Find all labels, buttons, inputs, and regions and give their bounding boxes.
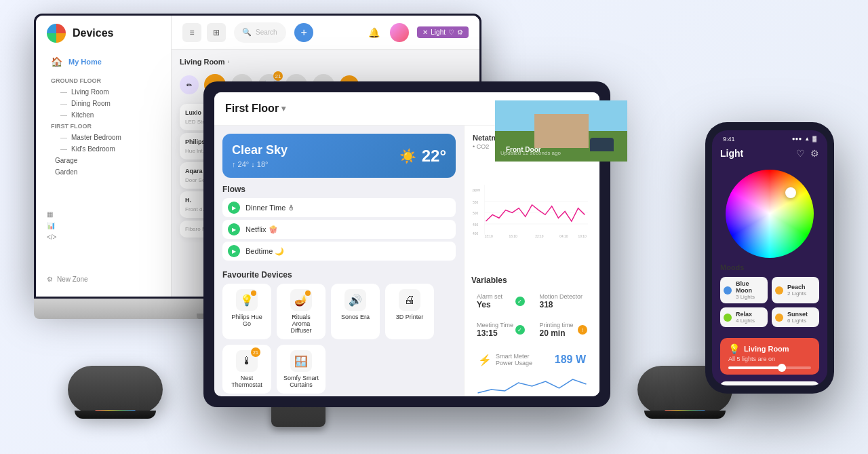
flows-section: Flows ▶ Dinner Time 🕯 ▶ Netflix 🍿 ▶ Bedt… <box>222 185 456 263</box>
notifications-icon[interactable]: 🔔 <box>366 24 382 41</box>
gear-icon-panel[interactable]: ⚙ <box>457 29 463 36</box>
fav-device-sonos[interactable]: 🔊 Sonos Era <box>331 284 380 339</box>
weather-icon: ☀️ <box>399 148 416 164</box>
svg-text:16:10: 16:10 <box>509 235 517 238</box>
sidebar-new-zone[interactable]: ⚙ New Zone <box>36 270 171 288</box>
svg-text:22:10: 22:10 <box>535 235 543 238</box>
flows-title: Flows <box>222 185 456 194</box>
tablet-left-panel: Clear Sky ↑ 24° ↓ 18° ☀️ 22° <box>214 126 464 396</box>
user-avatar[interactable] <box>390 23 409 42</box>
search-icon: 🔍 <box>242 28 252 37</box>
list-view-button[interactable]: ≡ <box>182 23 201 42</box>
search-input[interactable]: 🔍 Search <box>234 22 286 43</box>
sidebar-living-room[interactable]: — Living Room <box>47 86 160 98</box>
mood-dot-sunset <box>775 314 783 322</box>
weather-range: ↑ 24° ↓ 18° <box>232 160 288 168</box>
power-chart <box>473 376 591 396</box>
var-meeting-label: Meeting Time <box>477 322 513 328</box>
svg-text:550: 550 <box>473 201 478 204</box>
var-alarm-value: Yes <box>477 300 502 309</box>
sidebar-dining-room[interactable]: — Dining Room <box>47 98 160 109</box>
phone-settings-icon[interactable]: ⚙ <box>810 148 819 159</box>
var-meeting-value: 13:15 <box>477 328 513 338</box>
sidebar-item-home[interactable]: 🏠 My Home <box>44 51 163 73</box>
grid-view-button[interactable]: ⊞ <box>207 23 226 42</box>
add-device-button[interactable]: + <box>294 23 313 42</box>
tablet-right-panel: Netatmo Home Coach • CO2 ppm 550 500 450… <box>464 126 599 396</box>
sidebar-nav-devices[interactable]: ▦ <box>47 210 160 218</box>
power-sublabel: Power Usage <box>496 360 532 366</box>
phone-wifi-icon: ▲ <box>804 136 810 143</box>
app-logo <box>47 24 66 43</box>
var-indicator-printing: ! <box>578 325 587 335</box>
var-motion-value: 318 <box>540 300 583 309</box>
laptop-sidebar: Devices 🏠 My Home Ground Floor — Living … <box>36 16 172 297</box>
sidebar-nav-code[interactable]: </> <box>47 233 160 241</box>
living-room-sublabel: All 5 lights are on <box>728 356 811 362</box>
room-breadcrumb: Living Room › <box>180 55 471 69</box>
app-title: Devices <box>73 27 114 39</box>
tablet-dropdown-arrow[interactable]: ▾ <box>281 104 285 113</box>
sidebar-garden[interactable]: Garden <box>47 166 160 178</box>
phone-inner: 9:41 ●●● ▲ ▓ Light ♡ ⚙ <box>712 130 827 385</box>
sidebar-first-floor[interactable]: First Floor <box>47 121 160 132</box>
fav-device-printer[interactable]: 🖨 3D Printer <box>385 284 434 339</box>
phone-signal-icon: ●●● <box>792 136 802 143</box>
camera-house-element <box>534 114 589 148</box>
heart-icon-panel[interactable]: ♡ <box>448 29 454 36</box>
var-printing-label: Printing time <box>540 322 574 328</box>
sidebar-tree: Ground Floor — Living Room — Dining Room… <box>36 73 171 181</box>
moods-section: Moods Blue Moon 3 Lights Peach 2 Ligh <box>712 263 827 331</box>
flow-bedtime[interactable]: ▶ Bedtime 🌙 <box>222 242 456 261</box>
power-value: 189 W <box>555 354 586 366</box>
color-wheel-thumb[interactable] <box>785 187 796 198</box>
flow-play-icon: ▶ <box>228 202 240 214</box>
svg-text:450: 450 <box>473 223 478 227</box>
phone-status-bar: 9:41 ●●● ▲ ▓ <box>712 130 827 145</box>
mood-peach[interactable]: Peach 2 Lights <box>772 277 819 303</box>
room-icon-scene[interactable]: ✏ <box>180 75 199 94</box>
power-label: Smart Meter <box>496 353 532 360</box>
sidebar-master-bedroom[interactable]: — Master Bedroom <box>47 132 160 143</box>
fav-device-icon-printer: 🖨 <box>399 289 420 311</box>
var-indicator-meeting: ✓ <box>515 325 525 335</box>
speaker-device-left <box>68 366 163 413</box>
flow-dinner[interactable]: ▶ Dinner Time 🕯 <box>222 198 456 217</box>
fav-device-nest[interactable]: 🌡 21 Nest Thermostat <box>222 345 271 394</box>
svg-text:ppm: ppm <box>473 188 480 192</box>
light-panel-preview: ✕ Light ♡ ⚙ <box>417 26 469 38</box>
flow-netflix[interactable]: ▶ Netflix 🍿 <box>222 220 456 239</box>
fav-device-philips[interactable]: 💡 Philips Hue Go <box>222 284 271 339</box>
mood-blue-moon[interactable]: Blue Moon 3 Lights <box>720 277 768 303</box>
weather-condition: Clear Sky <box>232 143 288 157</box>
var-meeting: Meeting Time 13:15 ✓ <box>471 318 530 342</box>
var-alarm-label: Alarm set <box>477 293 502 300</box>
sidebar-nav-stats[interactable]: 📊 <box>47 222 160 229</box>
phone-time: 9:41 <box>723 136 735 143</box>
netatmo-chart: ppm 550 500 450 400 13:10 16:10 <box>473 155 591 267</box>
phone-heart-icon[interactable]: ♡ <box>796 148 805 159</box>
camera-door-label: Front Door <box>506 146 541 153</box>
living-room-slider-thumb[interactable] <box>778 364 786 372</box>
sidebar-ground-floor[interactable]: Ground Floor <box>47 75 160 86</box>
mood-info-relax: Relax 4 Lights <box>736 311 755 324</box>
mood-dot-blue-moon <box>724 286 732 295</box>
home-icon: 🏠 <box>50 55 63 69</box>
var-printing-value: 20 min <box>540 328 574 338</box>
close-icon-purple[interactable]: ✕ <box>422 29 428 36</box>
fav-device-icon-philips: 💡 <box>236 289 258 311</box>
mood-relax[interactable]: Relax 4 Lights <box>720 307 768 327</box>
fav-dot-rituals <box>305 290 311 296</box>
sidebar-kitchen[interactable]: — Kitchen <box>47 109 160 121</box>
fav-device-icon-sonos: 🔊 <box>344 289 366 311</box>
fav-device-rituals[interactable]: 🪔 Rituals Aroma Diffuser <box>277 284 326 339</box>
living-room-brightness-slider[interactable] <box>728 366 811 369</box>
sidebar-garage[interactable]: Garage <box>47 155 160 166</box>
color-wheel[interactable] <box>726 170 814 258</box>
mood-sunset[interactable]: Sunset 6 Lights <box>772 307 819 327</box>
sidebar-kids-bedroom[interactable]: — Kid's Bedroom <box>47 143 160 155</box>
phone-header-icons: ♡ ⚙ <box>796 148 819 159</box>
fav-dot-philips <box>251 290 256 296</box>
mood-info-blue-moon: Blue Moon 3 Lights <box>736 280 764 300</box>
fav-device-somfy[interactable]: 🪟 Somfy Smart Curtains <box>277 345 326 394</box>
